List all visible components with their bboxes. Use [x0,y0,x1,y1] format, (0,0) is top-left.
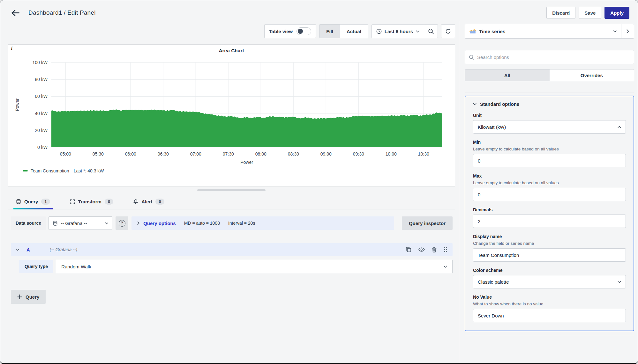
tab-badge: 0 [155,199,164,205]
database-icon [53,221,58,226]
query-options-bar[interactable]: Query options MD = auto = 1008 Interval … [131,216,394,230]
visualization-picker: Time series [465,24,634,39]
search-options-input[interactable] [477,55,630,60]
zoom-out-icon [428,28,434,34]
plus-icon [17,295,22,299]
decimals-input[interactable] [473,215,626,228]
toggle-visibility-eye-icon[interactable] [418,247,425,252]
chart-panel: i Area Chart 0 kW20 kW40 kW60 kW80 kW100… [8,44,455,186]
save-button[interactable]: Save [579,7,601,19]
legend-series-name: Team Consumption [31,168,69,173]
divider [465,335,634,335]
query-inspector-button[interactable]: Query inspector [402,216,453,230]
svg-text:05:30: 05:30 [93,151,104,157]
max-input[interactable] [473,188,626,201]
option-no-value: No Value What to show when there is no v… [473,295,626,322]
actual-button[interactable]: Actual [340,25,368,38]
query-options-md: MD = auto = 1008 [184,221,220,226]
option-description: Leave empty to calculate based on all va… [473,180,626,185]
option-max: Max Leave empty to calculate based on al… [473,173,626,201]
query-options-interval: Interval = 20s [228,221,255,226]
query-type-select[interactable]: Random Walk [56,260,453,273]
options-sidebar: Time series All Ove [459,21,638,363]
drag-handle-icon[interactable] [444,247,447,252]
table-view-group: Table view [264,24,316,38]
options-filter-tabs: All Overrides [465,69,634,81]
tab-overrides[interactable]: Overrides [550,69,634,81]
time-controls-group: Last 6 hours [372,24,438,38]
tab-query[interactable]: Query 1 [13,195,53,209]
timeseries-chart-icon [469,29,476,34]
table-view-toggle[interactable] [296,27,311,35]
toggle-knob [298,29,303,34]
page-title: Dashboard1 / Edit Panel [28,9,96,16]
svg-text:Power: Power [15,98,20,111]
visualization-select[interactable]: Time series [465,24,621,38]
legend-item[interactable]: Team Consumption Last *: 40.3 kW [23,168,455,173]
panel-toolbar: Table view Fill Actual Last 6 hours [8,24,455,39]
help-icon: ? [119,220,125,227]
tab-transform[interactable]: Transform 0 [67,195,116,209]
chevron-down-icon [105,222,108,224]
color-scheme-select[interactable]: Classic palette [473,275,626,288]
discard-button[interactable]: Discard [546,7,575,19]
datasource-select[interactable]: -- Grafana -- [49,216,112,230]
duplicate-query-icon[interactable] [406,247,411,252]
chart-title: Area Chart [8,48,455,54]
fill-button[interactable]: Fill [319,25,340,38]
svg-text:Power: Power [240,160,253,165]
option-description: Leave empty to calculate based on all va… [473,147,626,151]
info-icon: i [11,46,12,51]
apply-button[interactable]: Apply [604,7,629,19]
panel-resize-handle[interactable] [197,189,266,191]
svg-text:40 kW: 40 kW [35,111,48,116]
svg-text:09:00: 09:00 [320,151,332,157]
svg-text:10:00: 10:00 [386,151,397,157]
zoom-out-button[interactable] [424,25,438,38]
svg-text:0 kW: 0 kW [37,145,48,150]
svg-text:80 kW: 80 kW [35,77,48,82]
chevron-down-icon [416,30,419,33]
query-ref-id[interactable]: A [26,247,30,252]
query-type-row: Query type Random Walk [19,260,453,273]
divider [465,92,634,92]
option-label: Unit [473,113,626,118]
datasource-help-button[interactable]: ? [116,216,128,230]
min-input[interactable] [473,154,626,167]
delete-query-trash-icon[interactable] [432,247,437,252]
standard-options-header[interactable]: Standard options [473,101,626,107]
add-query-button[interactable]: Query [11,290,46,304]
collapse-panel-button[interactable] [621,24,634,38]
svg-text:05:00: 05:00 [60,151,71,157]
collapse-chevron-icon[interactable] [16,249,19,251]
query-options-link[interactable]: Query options [143,221,176,226]
unit-select[interactable]: Kilowatt (kW) [473,120,626,134]
svg-text:20 kW: 20 kW [35,128,48,133]
svg-text:07:00: 07:00 [190,151,201,157]
svg-text:08:30: 08:30 [288,151,299,157]
datasource-row: Data source -- Grafana -- ? [8,216,455,230]
back-button[interactable] [11,10,19,16]
display-name-input[interactable] [473,248,626,262]
option-description: What to show when there is no value [473,302,626,306]
legend-last-value: Last *: 40.3 kW [74,168,104,173]
tab-badge: 1 [41,199,50,205]
standard-options-title: Standard options [480,101,519,107]
time-range-picker[interactable]: Last 6 hours [372,25,424,38]
option-color-scheme: Color scheme Classic palette [473,268,626,288]
query-datasource-hint: (-- Grafana --) [50,247,77,252]
tab-all[interactable]: All [465,69,550,81]
chevron-down-icon [473,103,477,105]
datasource-value: -- Grafana -- [61,221,102,226]
tab-alert[interactable]: Alert 0 [131,195,167,209]
tab-label: Query [24,199,38,204]
option-label: Decimals [473,207,626,212]
database-icon [16,199,21,204]
query-tabs: Query 1 Transform 0 Alert 0 [8,195,455,209]
unit-value: Kilowatt (kW) [478,124,506,130]
no-value-input[interactable] [473,309,626,322]
svg-text:60 kW: 60 kW [35,94,48,99]
svg-text:10:30: 10:30 [418,151,429,157]
refresh-button[interactable] [441,24,455,38]
chevron-down-icon [618,281,621,283]
